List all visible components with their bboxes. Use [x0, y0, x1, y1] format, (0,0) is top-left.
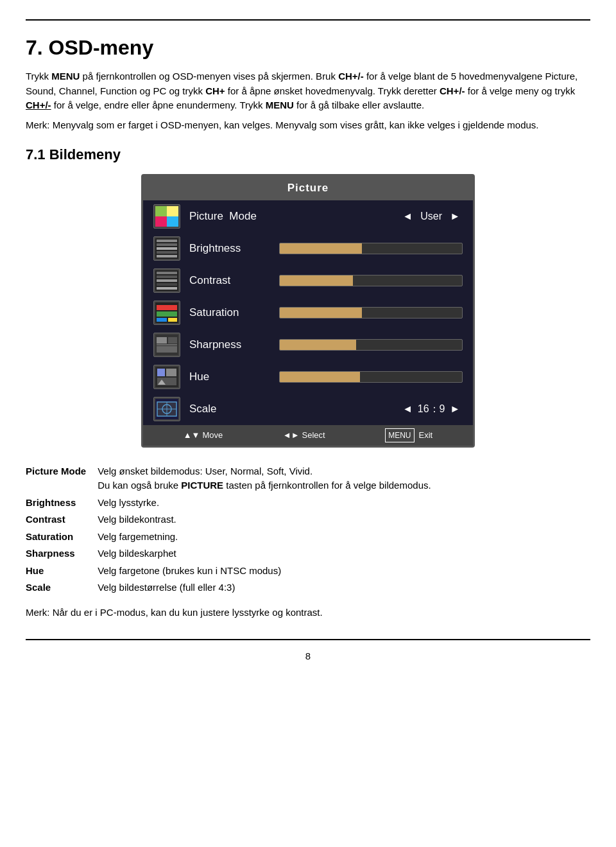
bar-saturation	[279, 307, 463, 319]
bar-fill-saturation	[280, 308, 362, 318]
osd-header: Picture	[143, 176, 473, 200]
select-label: Select	[302, 429, 325, 442]
left-arrow-scale: ◄	[400, 401, 415, 417]
term-picture-mode: Picture Mode	[26, 463, 98, 494]
move-icon: ▲▼	[184, 429, 200, 442]
intro-paragraph-2: Merk: Menyvalg som er farget i OSD-menye…	[26, 118, 590, 133]
osd-label-saturation: Saturation	[189, 304, 273, 321]
desc-row-brightness: Brightness Velg lysstyrke.	[26, 494, 590, 512]
osd-control-hue	[273, 371, 463, 383]
osd-label-sharpness: Sharpness	[189, 336, 273, 353]
intro-paragraph-1: Trykk MENU på fjernkontrollen og OSD-men…	[26, 69, 590, 113]
right-arrow-scale: ►	[447, 401, 463, 417]
svg-rect-12	[157, 275, 177, 278]
select-icon: ◄►	[283, 429, 300, 442]
osd-label-scale: Scale	[189, 401, 273, 417]
def-brightness: Velg lysstyrke.	[98, 494, 590, 512]
bottom-rule	[26, 639, 590, 640]
term-hue: Hue	[26, 563, 98, 580]
exit-label: Exit	[419, 429, 433, 442]
svg-rect-8	[157, 251, 177, 254]
left-arrow-picture-mode: ◄	[400, 209, 415, 224]
osd-row-picture-mode: Picture Mode ◄ User ►	[143, 200, 473, 232]
osd-control-brightness	[273, 243, 463, 254]
bar-fill-hue	[280, 372, 360, 382]
osd-label-picture-mode: Picture Mode	[189, 208, 273, 225]
svg-rect-3	[167, 216, 178, 227]
osd-row-brightness: Brightness	[143, 232, 473, 265]
term-scale: Scale	[26, 579, 98, 597]
bar-sharpness	[279, 339, 463, 351]
value-picture-mode: User	[415, 209, 447, 224]
svg-rect-7	[157, 247, 177, 250]
icon-hue	[153, 365, 180, 389]
desc-row-saturation: Saturation Velg fargemetning.	[26, 528, 590, 546]
top-rule	[26, 19, 590, 21]
svg-rect-27	[157, 369, 165, 376]
def-picture-mode: Velg ønsket bildemodus: User, Normal, So…	[98, 463, 590, 494]
desc-row-picture-mode: Picture Mode Velg ønsket bildemodus: Use…	[26, 463, 590, 494]
osd-control-scale: ◄ 16：9 ►	[273, 401, 463, 417]
icon-brightness	[153, 236, 180, 261]
osd-row-saturation: Saturation	[143, 297, 473, 329]
osd-row-contrast: Contrast	[143, 265, 473, 297]
svg-rect-14	[157, 283, 177, 286]
osd-control-contrast	[273, 275, 463, 286]
svg-rect-23	[168, 337, 177, 344]
desc-row-contrast: Contrast Velg bildekontrast.	[26, 511, 590, 528]
svg-rect-0	[155, 206, 167, 216]
svg-rect-5	[157, 240, 177, 242]
osd-body: Picture Mode ◄ User ►	[143, 200, 473, 425]
svg-rect-19	[157, 318, 167, 322]
svg-rect-15	[157, 287, 177, 290]
svg-rect-6	[157, 243, 177, 246]
description-table: Picture Mode Velg ønsket bildemodus: Use…	[26, 463, 590, 597]
def-sharpness: Velg bildeskarphet	[98, 545, 590, 563]
bar-brightness	[279, 243, 463, 254]
svg-rect-17	[157, 305, 177, 310]
menu-box: MENU	[385, 428, 414, 442]
right-arrow-picture-mode: ►	[447, 209, 463, 224]
desc-row-sharpness: Sharpness Velg bildeskarphet	[26, 545, 590, 563]
osd-box: Picture Picture Mode ◄ User ►	[141, 174, 475, 448]
icon-sharpness	[153, 333, 180, 357]
svg-rect-9	[157, 255, 177, 258]
osd-footer: ▲▼ Move ◄► Select MENU Exit	[143, 425, 473, 446]
svg-rect-18	[157, 311, 177, 317]
osd-row-hue: Hue	[143, 361, 473, 393]
term-brightness: Brightness	[26, 494, 98, 512]
svg-rect-28	[166, 369, 176, 376]
bar-fill-contrast	[280, 275, 353, 286]
page-title: 7. OSD-meny	[26, 32, 590, 63]
footer-move: ▲▼ Move	[184, 429, 223, 442]
osd-row-sharpness: Sharpness	[143, 329, 473, 361]
page-number: 8	[26, 649, 590, 664]
def-hue: Velg fargetone (brukes kun i NTSC modus)	[98, 563, 590, 580]
svg-rect-11	[157, 272, 177, 274]
icon-scale	[153, 397, 180, 421]
svg-rect-1	[167, 206, 178, 216]
bar-fill-brightness	[280, 243, 362, 254]
svg-rect-20	[168, 318, 177, 322]
footer-select: ◄► Select	[283, 429, 325, 442]
svg-rect-22	[157, 337, 167, 344]
osd-label-hue: Hue	[189, 369, 273, 385]
osd-label-contrast: Contrast	[189, 272, 273, 289]
footer-exit: MENU Exit	[385, 428, 432, 442]
term-sharpness: Sharpness	[26, 545, 98, 563]
def-scale: Velg bildestørrelse (full eller 4:3)	[98, 579, 590, 597]
osd-control-picture-mode: ◄ User ►	[273, 209, 463, 224]
svg-rect-13	[157, 279, 177, 282]
bar-hue	[279, 371, 463, 383]
icon-saturation	[153, 301, 180, 325]
osd-control-saturation	[273, 307, 463, 319]
icon-contrast	[153, 268, 180, 293]
svg-rect-24	[157, 346, 177, 353]
desc-row-scale: Scale Velg bildestørrelse (full eller 4:…	[26, 579, 590, 597]
osd-row-scale: Scale ◄ 16：9 ►	[143, 393, 473, 425]
note-pc-mode: Merk: Når du er i PC-modus, kan du kun j…	[26, 606, 590, 620]
osd-label-brightness: Brightness	[189, 240, 273, 257]
osd-control-sharpness	[273, 339, 463, 351]
term-saturation: Saturation	[26, 528, 98, 546]
svg-rect-2	[155, 216, 167, 227]
